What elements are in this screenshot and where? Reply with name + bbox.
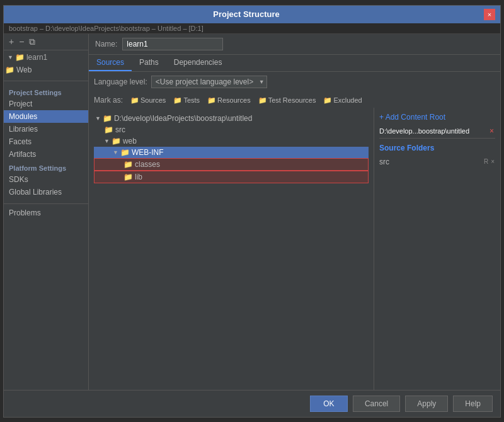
- remove-module-button[interactable]: −: [18, 37, 25, 47]
- lang-level-row: Language level: <Use project language le…: [89, 72, 500, 88]
- mark-resources-button[interactable]: 📁 Resources: [205, 96, 253, 105]
- tab-dependencies[interactable]: Dependencies: [166, 55, 230, 71]
- webinf-chevron-icon: ▼: [113, 149, 118, 156]
- web-chevron-icon: ▼: [104, 138, 110, 144]
- modules-label: Modules: [9, 112, 37, 121]
- tree-lib-node[interactable]: 📁 lib: [94, 171, 369, 183]
- platform-settings-label: Platform Settings: [4, 161, 88, 173]
- module-tree-web[interactable]: 📁 Web: [4, 64, 88, 76]
- mark-sources-button[interactable]: 📁 Sources: [128, 96, 168, 105]
- mark-excluded-label: Excluded: [333, 96, 362, 104]
- lang-level-label: Language level:: [94, 77, 147, 86]
- source-item-remove-button[interactable]: ×: [490, 158, 495, 165]
- project-settings-label: Project Settings: [4, 85, 88, 98]
- sidebar-item-facets[interactable]: Facets: [4, 135, 88, 148]
- tree-root-node[interactable]: ▼ 📁 D:\develop\IdeaProjects\boostrap\unt…: [94, 113, 369, 124]
- tabs-bar: Sources Paths Dependencies: [89, 55, 500, 72]
- src-folder-icon: 📁: [104, 125, 113, 134]
- webinf-label: WEB-INF: [132, 148, 164, 157]
- source-item-name: src: [379, 157, 389, 166]
- lang-level-select-wrapper: <Use project language level>: [151, 76, 267, 88]
- module-header: Name:: [89, 34, 500, 55]
- mark-test-resources-button[interactable]: 📁 Test Resources: [256, 96, 319, 105]
- source-item-r-button[interactable]: R: [483, 158, 489, 165]
- file-tree-panel: ▼ 📁 D:\develop\IdeaProjects\boostrap\unt…: [89, 108, 374, 390]
- add-content-root-button[interactable]: + Add Content Root: [379, 113, 495, 122]
- top-path-bar: bootstrap – D:\develop\IdeaProjects\boot…: [4, 23, 500, 34]
- add-module-button[interactable]: +: [8, 37, 15, 47]
- help-button[interactable]: Help: [453, 396, 493, 412]
- sidebar-item-sdks[interactable]: SDKs: [4, 173, 88, 186]
- root-path-label: D:\develop\IdeaProjects\boostrap\untitle…: [114, 114, 252, 123]
- tree-and-right: ▼ 📁 D:\develop\IdeaProjects\boostrap\unt…: [89, 108, 500, 390]
- lang-mark-wrapper: Language level: <Use project language le…: [89, 72, 500, 108]
- sidebar-item-artifacts[interactable]: Artifacts: [4, 148, 88, 161]
- sidebar-toolbar: + − ⧉: [4, 34, 88, 50]
- tree-src-node[interactable]: 📁 src: [94, 124, 369, 135]
- mark-excluded-button[interactable]: 📁 Excluded: [321, 96, 364, 105]
- sidebar: + − ⧉ ▼ 📁 learn1 📁 Web Project Settings …: [4, 34, 89, 390]
- dialog-title: Project Structure: [9, 9, 484, 19]
- classes-label: classes: [135, 160, 160, 169]
- sidebar-item-project[interactable]: Project: [4, 98, 88, 110]
- global-libraries-label: Global Libraries: [9, 188, 62, 197]
- web-folder-icon: 📁: [5, 66, 14, 74]
- sidebar-item-libraries[interactable]: Libraries: [4, 123, 88, 135]
- classes-folder-icon: 📁: [123, 160, 133, 169]
- tab-paths[interactable]: Paths: [132, 55, 166, 71]
- facets-label: Facets: [9, 137, 32, 146]
- src-label: src: [115, 125, 125, 134]
- mark-sources-label: Sources: [140, 96, 166, 104]
- lib-label: lib: [135, 173, 142, 181]
- module-tree-learn1[interactable]: ▼ 📁 learn1: [4, 50, 88, 64]
- web-folder-icon2: 📁: [112, 137, 121, 145]
- ok-button[interactable]: OK: [310, 396, 348, 412]
- web-node-label: web: [123, 137, 137, 145]
- tree-web-node[interactable]: ▼ 📁 web: [94, 135, 369, 147]
- sdks-label: SDKs: [9, 175, 28, 184]
- close-button[interactable]: ×: [484, 9, 495, 20]
- content-root-item: D:\develop...boostrap\untitled ×: [379, 127, 495, 139]
- excluded-folder-icon: 📁: [323, 96, 332, 105]
- remove-content-root-button[interactable]: ×: [488, 127, 495, 135]
- name-label: Name:: [95, 40, 117, 48]
- lang-level-select[interactable]: <Use project language level>: [151, 76, 267, 88]
- source-folders-label: Source Folders: [379, 144, 495, 152]
- project-structure-dialog: Project Structure × bootstrap – D:\devel…: [3, 5, 501, 418]
- source-item-src: src R ×: [379, 156, 495, 168]
- testres-folder-icon: 📁: [258, 96, 267, 105]
- main-content: Name: Sources Paths Dependencies Languag…: [89, 34, 500, 390]
- mark-resources-label: Resources: [217, 96, 251, 104]
- module-label: learn1: [26, 53, 47, 62]
- source-item-actions: R ×: [483, 158, 495, 165]
- sources-folder-icon: 📁: [130, 96, 139, 105]
- resources-folder-icon: 📁: [207, 96, 216, 105]
- dialog-body: + − ⧉ ▼ 📁 learn1 📁 Web Project Settings …: [4, 34, 500, 390]
- mark-as-row: Mark as: 📁 Sources 📁 Tests 📁 Resources: [89, 93, 500, 108]
- sidebar-item-problems[interactable]: Problems: [4, 207, 88, 219]
- tree-webinf-node[interactable]: ▼ 📁 WEB-INF: [94, 147, 369, 158]
- mark-tests-button[interactable]: 📁 Tests: [171, 96, 202, 105]
- copy-module-button[interactable]: ⧉: [28, 37, 37, 47]
- sidebar-item-modules[interactable]: Modules: [4, 110, 88, 123]
- root-chevron-icon: ▼: [95, 115, 101, 122]
- mark-tests-label: Tests: [183, 96, 200, 104]
- web-label: Web: [16, 66, 32, 74]
- tab-sources[interactable]: Sources: [89, 55, 132, 71]
- tests-folder-icon: 📁: [173, 96, 182, 105]
- module-folder-icon: 📁: [15, 53, 25, 62]
- dialog-footer: OK Cancel Apply Help: [4, 390, 500, 417]
- sidebar-item-global-libraries[interactable]: Global Libraries: [4, 186, 88, 198]
- apply-button[interactable]: Apply: [405, 396, 448, 412]
- cancel-button[interactable]: Cancel: [353, 396, 400, 412]
- right-panel: + Add Content Root D:\develop...boostrap…: [374, 108, 500, 390]
- name-input[interactable]: [122, 38, 223, 50]
- mark-testres-label: Test Resources: [268, 96, 316, 104]
- title-bar: Project Structure ×: [4, 6, 500, 23]
- chevron-down-icon: ▼: [8, 54, 13, 60]
- tree-classes-node[interactable]: 📁 classes: [94, 158, 369, 171]
- libraries-label: Libraries: [9, 125, 38, 134]
- project-label: Project: [9, 100, 32, 108]
- problems-label: Problems: [9, 208, 41, 217]
- webinf-folder-icon: 📁: [120, 148, 130, 157]
